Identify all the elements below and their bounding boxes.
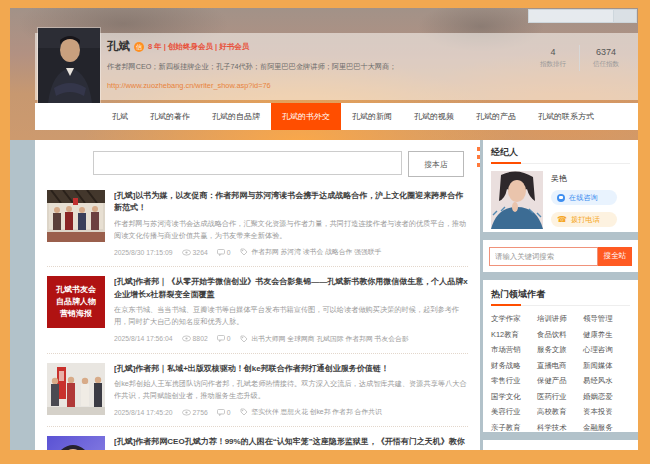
views-icon bbox=[182, 335, 191, 342]
hot-tag[interactable]: 心理咨询 bbox=[583, 345, 627, 355]
verified-badge-icon: 信 bbox=[134, 42, 144, 52]
views-count: 2756 bbox=[193, 409, 208, 416]
stat-rank-label: 指数排行 bbox=[527, 60, 579, 69]
article-desc: 在京东书城、当当书城、豆瓣读书等自媒体平台发布书籍宣传图，可以给读者做购买决策的… bbox=[114, 304, 468, 328]
article-date: 2025/8/30 17:15:09 bbox=[114, 249, 173, 256]
hot-tag[interactable]: 科学技术 bbox=[537, 423, 581, 433]
hot-tag[interactable]: 新闻媒体 bbox=[583, 361, 627, 371]
tab-4[interactable]: 孔斌的新闻 bbox=[341, 103, 403, 130]
hot-tag[interactable]: 高校教育 bbox=[537, 407, 581, 417]
clipped-section-card bbox=[483, 440, 638, 450]
membership-label: 8 年 | 创始终身会员 | 好书会员 bbox=[148, 42, 249, 52]
hot-authors-title: 热门领域作者 bbox=[491, 288, 630, 306]
chat-bubble-icon bbox=[557, 194, 565, 202]
hot-tag[interactable]: 培训讲师 bbox=[537, 314, 581, 324]
tab-0[interactable]: 孔斌 bbox=[101, 103, 139, 130]
hot-tag[interactable]: 婚姻恋爱 bbox=[583, 392, 627, 402]
hot-tag[interactable]: 国学文化 bbox=[491, 392, 535, 402]
tab-6[interactable]: 孔斌的产品 bbox=[465, 103, 527, 130]
writer-avatar bbox=[38, 28, 100, 103]
site-search-button[interactable]: 搜全站 bbox=[598, 247, 632, 266]
online-chat-label: 在线咨询 bbox=[569, 193, 598, 203]
top-right-overlay[interactable] bbox=[528, 9, 637, 23]
page-container: 孔斌 信 8 年 | 创始终身会员 | 好书会员 作者邦网CEO；新四板挂牌企业… bbox=[10, 8, 638, 450]
hot-tag[interactable]: 财务战略 bbox=[491, 361, 535, 371]
profile-url-link[interactable]: http://www.zuozhebang.cn/writer_show.asp… bbox=[107, 81, 518, 90]
article-meta: 2025/8/14 17:45:20 2756 0 坚实伙伴 思想火花 创ke邦… bbox=[114, 407, 468, 417]
tab-1[interactable]: 孔斌的著作 bbox=[139, 103, 201, 130]
hot-tag[interactable]: 文学作家 bbox=[491, 314, 535, 324]
hot-tag[interactable]: 金融服务 bbox=[583, 423, 627, 433]
tags-icon bbox=[240, 335, 248, 343]
tab-7[interactable]: 孔斌的联系方式 bbox=[527, 103, 605, 130]
agent-card: 经纪人 吴艳 在线咨询 ☎ bbox=[483, 140, 638, 232]
agent-avatar bbox=[491, 171, 543, 229]
article-row: [孔斌]作者邦｜私域+出版双核驱动！创ke邦联合作者邦打通创业服务价值链！ 创k… bbox=[47, 354, 468, 428]
hot-tag[interactable]: 服务文旅 bbox=[537, 345, 581, 355]
stat-rank: 4 指数排行 bbox=[527, 47, 579, 69]
views-count: 3264 bbox=[193, 249, 208, 256]
article-row: 孔斌书友会 自品牌人物 营销海报 [孔斌]作者邦｜《从零开始学微信创业》书友会合… bbox=[47, 267, 468, 353]
tab-2[interactable]: 孔斌的自品牌 bbox=[201, 103, 271, 130]
article-date: 2025/8/14 17:56:04 bbox=[114, 335, 173, 342]
agent-name: 吴艳 bbox=[551, 173, 630, 184]
article-tags[interactable]: 坚实伙伴 思想火花 创ke邦 作者邦 合作共识 bbox=[252, 407, 382, 417]
hot-tag[interactable]: 美容行业 bbox=[491, 407, 535, 417]
hot-tag[interactable]: 市场营销 bbox=[491, 345, 535, 355]
site-search-input[interactable] bbox=[489, 247, 598, 266]
hot-tag[interactable]: 领导管理 bbox=[583, 314, 627, 324]
article-row: [孔斌]作者邦网CEO孔斌力荐！99%的人困在“认知牢笼”这座隐形监狱里，《开悟… bbox=[47, 427, 468, 450]
hot-tag[interactable]: 医药行业 bbox=[537, 392, 581, 402]
article-tags[interactable]: 作者邦网 苏河湾 读书会 战略合作 强强联手 bbox=[252, 247, 382, 257]
stat-rank-value: 4 bbox=[527, 47, 579, 57]
article-tags[interactable]: 出书大师网 全球网商 孔斌国际 作者邦网 书友会合影 bbox=[252, 334, 409, 344]
article-thumbnail[interactable] bbox=[47, 363, 105, 415]
article-thumbnail[interactable] bbox=[47, 190, 105, 242]
hot-tag[interactable]: 健康养生 bbox=[583, 330, 627, 340]
article-title[interactable]: [孔斌]作者邦｜私域+出版双核驱动！创ke邦联合作者邦打通创业服务价值链！ bbox=[114, 363, 468, 375]
article-title[interactable]: [孔斌]以书为媒，以友促商：作者邦网与苏河湾读书会携手达成战略合作，沪上文化圈迎… bbox=[114, 190, 468, 215]
site-search-card: 搜全站 bbox=[483, 240, 638, 272]
article-meta: 2025/8/30 17:15:09 3264 0 作者邦网 苏河湾 读书会 战… bbox=[114, 247, 468, 257]
comments-icon bbox=[217, 409, 225, 416]
tags-icon bbox=[240, 248, 248, 256]
top-right-overlay-label[interactable] bbox=[528, 9, 614, 23]
stat-trust: 6374 信任指数 bbox=[580, 47, 632, 69]
hot-tag[interactable]: 亲子教育 bbox=[491, 423, 535, 433]
call-phone-label: 拨打电话 bbox=[571, 215, 600, 225]
article-desc: 创ke邦创始人王军携团队访问作者邦，孔斌老师热情接待。双方深入交流后，达成智库共… bbox=[114, 378, 468, 402]
article-title[interactable]: [孔斌]作者邦｜《从零开始学微信创业》书友会合影集锦——孔斌新书教你用微信做生意… bbox=[114, 276, 468, 301]
hot-tag[interactable]: 直播电商 bbox=[537, 361, 581, 371]
hot-tag[interactable]: 易经风水 bbox=[583, 376, 627, 386]
shop-search-button[interactable]: 搜本店 bbox=[408, 151, 464, 177]
comments-icon bbox=[217, 335, 225, 342]
shop-search-row: 搜本店 bbox=[93, 151, 464, 177]
scroll-marker bbox=[477, 147, 480, 171]
article-title[interactable]: [孔斌]作者邦网CEO孔斌力荐！99%的人困在“认知牢笼”这座隐形监狱里，《开悟… bbox=[114, 436, 468, 450]
writer-bio: 作者邦网CEO；新四板挂牌企业；孔子74代孙；前阿里巴巴金牌讲师；阿里巴巴十大网… bbox=[107, 62, 518, 72]
article-thumbnail[interactable]: 孔斌书友会 自品牌人物 营销海报 bbox=[47, 276, 105, 328]
article-thumbnail[interactable] bbox=[47, 436, 105, 450]
online-chat-button[interactable]: 在线咨询 bbox=[551, 190, 617, 205]
profile-header-panel: 孔斌 信 8 年 | 创始终身会员 | 好书会员 作者邦网CEO；新四板挂牌企业… bbox=[35, 33, 638, 100]
top-right-overlay-icon[interactable] bbox=[614, 9, 637, 23]
tab-5[interactable]: 孔斌的视频 bbox=[403, 103, 465, 130]
article-date: 2025/8/14 17:45:20 bbox=[114, 409, 173, 416]
article-meta: 2025/8/14 17:56:04 8802 0 出书大师网 全球网商 孔斌国… bbox=[114, 334, 468, 344]
hot-tag[interactable]: 资本投资 bbox=[583, 407, 627, 417]
hot-authors-card: 热门领域作者 文学作家培训讲师领导管理K12教育食品饮料健康养生市场营销服务文旅… bbox=[483, 280, 638, 432]
hot-tag[interactable]: 食品饮料 bbox=[537, 330, 581, 340]
comments-icon bbox=[217, 249, 225, 256]
hot-tag[interactable]: 保健产品 bbox=[537, 376, 581, 386]
phone-icon: ☎ bbox=[557, 216, 567, 224]
comments-count: 0 bbox=[227, 409, 231, 416]
writer-name: 孔斌 bbox=[107, 39, 130, 54]
hot-tags-grid: 文学作家培训讲师领导管理K12教育食品饮料健康养生市场营销服务文旅心理咨询财务战… bbox=[491, 314, 630, 432]
shop-search-input[interactable] bbox=[93, 151, 402, 175]
tab-3[interactable]: 孔斌的书外交 bbox=[271, 103, 341, 130]
tab-bar: 孔斌孔斌的著作孔斌的自品牌孔斌的书外交孔斌的新闻孔斌的视频孔斌的产品孔斌的联系方… bbox=[35, 103, 638, 130]
call-phone-button[interactable]: ☎ 拨打电话 bbox=[551, 212, 617, 227]
tags-icon bbox=[240, 408, 248, 416]
hot-tag[interactable]: 零售行业 bbox=[491, 376, 535, 386]
hot-tag[interactable]: K12教育 bbox=[491, 330, 535, 340]
